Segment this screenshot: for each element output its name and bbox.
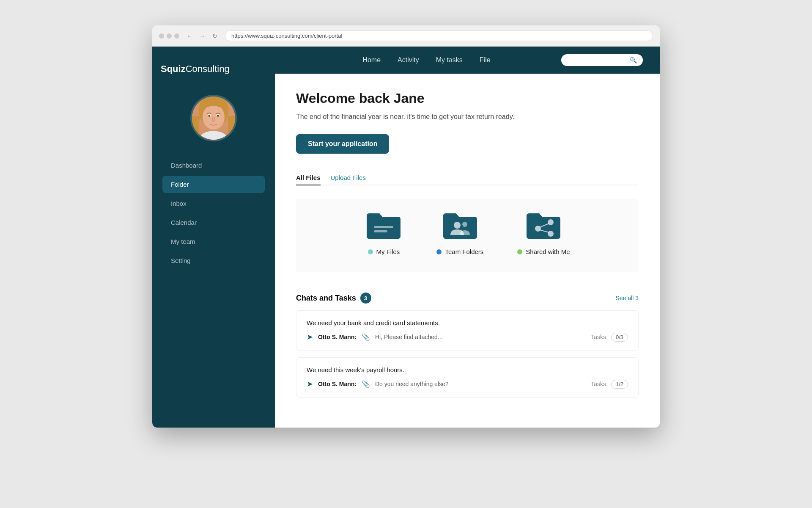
- tasks-count-2: Tasks: 1/2: [591, 380, 628, 389]
- sidebar-item-label: My team: [171, 238, 195, 245]
- search-bar[interactable]: 🔍: [561, 54, 643, 66]
- main-area: Home Activity My tasks File 🔍 Welcome ba…: [275, 47, 660, 428]
- maximize-button[interactable]: [174, 33, 179, 39]
- close-button[interactable]: [159, 33, 164, 39]
- sidebar-item-setting[interactable]: Setting: [162, 252, 265, 269]
- tab-upload-files[interactable]: Upload Files: [331, 171, 366, 185]
- chat-sender-1: Otto S. Mann:: [318, 334, 357, 340]
- svg-point-6: [208, 115, 210, 117]
- sidebar-nav: Dashboard Folder Inbox Calendar My team …: [152, 157, 275, 271]
- attachment-icon-1: 📎: [362, 333, 370, 341]
- folders-grid: My Files: [296, 199, 639, 272]
- sidebar-item-folder[interactable]: Folder: [162, 176, 265, 193]
- chat-card-1[interactable]: We need your bank and credit card statem…: [296, 310, 639, 351]
- svg-point-12: [548, 219, 554, 225]
- logo-part2: Consulting: [186, 64, 230, 74]
- files-tabs: All Files Upload Files: [296, 171, 639, 185]
- attachment-icon-2: 📎: [362, 380, 370, 388]
- sidebar-item-dashboard[interactable]: Dashboard: [162, 157, 265, 174]
- logo: SquizConsulting: [152, 64, 238, 75]
- chats-header: Chats and Tasks 3 See all 3: [296, 293, 639, 304]
- svg-rect-8: [374, 226, 393, 228]
- svg-point-14: [548, 231, 554, 237]
- sidebar-item-label: Folder: [171, 181, 189, 188]
- refresh-button[interactable]: ↻: [210, 31, 220, 41]
- chat-subject-2: We need this week's payroll hours.: [307, 366, 628, 373]
- chat-row-1: ➤ Otto S. Mann: 📎 Hi, Please find attach…: [307, 332, 628, 342]
- sidebar-item-label: Inbox: [171, 200, 187, 207]
- my-files-text: My Files: [376, 248, 400, 255]
- chat-sender-2: Otto S. Mann:: [318, 381, 357, 387]
- start-application-button[interactable]: Start your application: [296, 134, 389, 154]
- logo-part1: Squiz: [161, 64, 186, 74]
- topnav-links: Home Activity My tasks File: [292, 53, 561, 67]
- svg-rect-9: [374, 230, 387, 232]
- folder-team[interactable]: Team Folders: [436, 207, 483, 255]
- browser-navigation: ← → ↻: [184, 31, 220, 41]
- chat-row-2: ➤ Otto S. Mann: 📎 Do you need anything e…: [307, 379, 628, 389]
- forward-button[interactable]: →: [197, 31, 207, 41]
- send-icon-1: ➤: [307, 332, 313, 342]
- svg-point-10: [454, 222, 461, 229]
- my-files-dot: [368, 249, 373, 254]
- topnav-mytasks[interactable]: My tasks: [436, 53, 463, 67]
- tasks-count-1: Tasks: 0/3: [591, 333, 628, 342]
- search-icon: 🔍: [630, 57, 637, 64]
- chat-subject-1: We need your bank and credit card statem…: [307, 319, 628, 326]
- tasks-label-1: Tasks:: [591, 334, 608, 340]
- see-all-link[interactable]: See all 3: [616, 295, 639, 301]
- topnav: Home Activity My tasks File 🔍: [275, 47, 660, 74]
- chats-title-text: Chats and Tasks: [296, 294, 356, 303]
- minimize-button[interactable]: [167, 33, 172, 39]
- folder-my-files[interactable]: My Files: [365, 207, 403, 255]
- sidebar-item-label: Calendar: [171, 219, 197, 226]
- svg-point-7: [217, 115, 219, 117]
- topnav-file[interactable]: File: [480, 53, 491, 67]
- svg-point-11: [462, 222, 467, 227]
- chat-preview-2: Do you need anything else?: [375, 381, 586, 387]
- team-folders-text: Team Folders: [445, 248, 483, 255]
- sidebar-item-calendar[interactable]: Calendar: [162, 214, 265, 231]
- topnav-activity[interactable]: Activity: [398, 53, 419, 67]
- avatar-image: [192, 97, 235, 140]
- search-input[interactable]: [567, 57, 626, 64]
- shared-text: Shared with Me: [526, 248, 570, 255]
- tab-all-files[interactable]: All Files: [296, 171, 321, 185]
- browser-chrome: ← → ↻ https://www.squiz-consulting.com/c…: [152, 25, 660, 47]
- chat-preview-1: Hi, Please find attached...: [375, 334, 586, 340]
- browser-window: ← → ↻ https://www.squiz-consulting.com/c…: [152, 25, 660, 428]
- folder-shared[interactable]: Shared with Me: [517, 207, 570, 255]
- sidebar-item-label: Dashboard: [171, 162, 202, 169]
- team-folders-label: Team Folders: [436, 248, 483, 255]
- send-icon-2: ➤: [307, 379, 313, 389]
- avatar: [190, 95, 237, 141]
- tasks-badge-2: 1/2: [611, 380, 628, 389]
- welcome-title: Welcome back Jane: [296, 91, 639, 106]
- shared-label: Shared with Me: [517, 248, 570, 255]
- browser-traffic-lights: [159, 33, 179, 39]
- shared-dot: [517, 249, 522, 254]
- sidebar: SquizConsulting: [152, 47, 275, 428]
- my-files-label: My Files: [368, 248, 400, 255]
- chats-title: Chats and Tasks 3: [296, 293, 371, 304]
- welcome-subtitle: The end of the financial year is near. i…: [296, 113, 639, 121]
- sidebar-item-label: Setting: [171, 257, 191, 264]
- app-layout: SquizConsulting: [152, 47, 660, 428]
- svg-point-3: [203, 105, 225, 130]
- main-content: Welcome back Jane The end of the financi…: [275, 74, 660, 428]
- chats-badge: 3: [360, 293, 371, 304]
- team-folders-dot: [436, 249, 442, 254]
- back-button[interactable]: ←: [184, 31, 195, 41]
- svg-point-13: [535, 226, 541, 232]
- url-bar[interactable]: https://www.squiz-consulting.com/client-…: [225, 30, 653, 41]
- chat-card-2[interactable]: We need this week's payroll hours. ➤ Ott…: [296, 357, 639, 398]
- sidebar-item-myteam[interactable]: My team: [162, 233, 265, 250]
- content-body: Welcome back Jane The end of the financi…: [275, 74, 660, 421]
- tasks-label-2: Tasks:: [591, 381, 608, 387]
- topnav-home[interactable]: Home: [362, 53, 381, 67]
- tasks-badge-1: 0/3: [611, 333, 628, 342]
- sidebar-item-inbox[interactable]: Inbox: [162, 195, 265, 212]
- url-text: https://www.squiz-consulting.com/client-…: [231, 33, 342, 39]
